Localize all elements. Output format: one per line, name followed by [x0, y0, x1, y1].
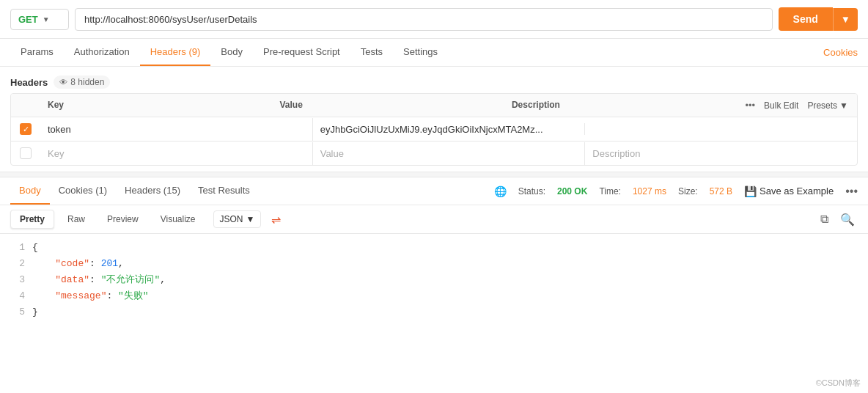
checkbox-checked-icon[interactable]: ✓	[20, 123, 32, 135]
format-raw-button[interactable]: Raw	[59, 210, 94, 228]
status-label: Status:	[518, 186, 545, 196]
status-value: 200 OK	[557, 186, 587, 196]
json-format-select[interactable]: JSON ▼	[213, 210, 262, 228]
row1-key[interactable]: token	[40, 118, 312, 141]
table-row: ✓ token eyJhbGciOiJlUzUxMiJ9.eyJqdGkiOiI…	[11, 117, 857, 142]
nav-tabs: Params Authorization Headers (9) Body Pr…	[0, 39, 868, 67]
response-tab-body[interactable]: Body	[10, 177, 50, 205]
format-preview-button[interactable]: Preview	[98, 210, 147, 228]
line-num-5: 5	[10, 304, 25, 320]
code-area: 1 { 2 "code": 201, 3 "data": "不允许访问", 4 …	[0, 234, 868, 326]
copy-button[interactable]: ⧉	[817, 211, 831, 228]
json-chevron-icon: ▼	[246, 214, 255, 224]
format-bar: Pretty Raw Preview Visualize JSON ▼ ⇌ ⧉ …	[0, 205, 868, 234]
presets-button[interactable]: Presets ▼	[807, 100, 848, 111]
row1-value[interactable]: eyJhbGciOiJlUzUxMiJ9.eyJqdGkiOiIxNjcxMTA…	[312, 118, 585, 141]
code-content-4: "message": "失败"	[32, 288, 858, 304]
headers-title-row: Headers 👁 8 hidden	[10, 73, 858, 93]
line-num-2: 2	[10, 256, 25, 272]
code-line-4: 4 "message": "失败"	[10, 288, 858, 304]
section-divider	[0, 172, 868, 177]
time-value: 1027 ms	[633, 186, 666, 196]
more-options-icon[interactable]: •••	[845, 185, 858, 198]
code-line-1: 1 {	[10, 240, 858, 256]
send-button-group: Send ▼	[779, 7, 858, 31]
filter-icon[interactable]: ⇌	[271, 213, 281, 227]
tab-headers[interactable]: Headers (9)	[140, 39, 211, 66]
headers-section: Headers 👁 8 hidden Key Value Description…	[0, 67, 868, 172]
row2-key[interactable]: Key	[40, 142, 312, 165]
response-tab-test-results[interactable]: Test Results	[189, 177, 259, 205]
size-value: 572 B	[710, 186, 732, 196]
headers-table: Key Value Description ••• Bulk Edit Pres…	[10, 93, 858, 166]
code-content-1: {	[32, 240, 858, 256]
method-select[interactable]: GET ▼	[10, 9, 69, 30]
table-row-empty: Key Value Description	[11, 142, 857, 165]
size-label: Size:	[678, 186, 698, 196]
format-visualize-button[interactable]: Visualize	[152, 210, 205, 228]
th-actions: ••• Bulk Edit Presets ▼	[736, 94, 857, 117]
code-line-5: 5 }	[10, 304, 858, 320]
table-header-row: Key Value Description ••• Bulk Edit Pres…	[11, 94, 857, 117]
code-content-3: "data": "不允许访问",	[32, 272, 858, 288]
tab-body[interactable]: Body	[210, 39, 253, 66]
eye-icon: 👁	[59, 78, 67, 87]
th-key: Key	[40, 94, 272, 117]
json-format-label: JSON	[220, 214, 243, 224]
bulk-edit-button[interactable]: Bulk Edit	[764, 100, 798, 111]
response-section: Body Cookies (1) Headers (15) Test Resul…	[0, 177, 868, 326]
line-num-4: 4	[10, 288, 25, 304]
code-content-5: }	[32, 304, 858, 320]
line-num-3: 3	[10, 272, 25, 288]
tab-pre-request-script[interactable]: Pre-request Script	[253, 39, 350, 66]
more-actions-icon[interactable]: •••	[745, 100, 755, 111]
save-example-label: Save as Example	[760, 186, 834, 196]
url-input[interactable]	[75, 8, 773, 31]
hidden-badge: 👁 8 hidden	[54, 76, 110, 89]
format-pretty-button[interactable]: Pretty	[10, 210, 54, 229]
row1-description	[584, 123, 857, 135]
cookies-link[interactable]: Cookies	[823, 47, 858, 58]
send-button[interactable]: Send	[779, 7, 833, 31]
save-as-example-button[interactable]: 💾 Save as Example	[744, 186, 834, 197]
th-value: Value	[272, 94, 504, 117]
response-meta: 🌐 Status: 200 OK Time: 1027 ms Size: 572…	[494, 185, 858, 198]
hidden-count-label: 8 hidden	[70, 77, 104, 87]
response-tab-cookies[interactable]: Cookies (1)	[50, 177, 116, 205]
response-tab-headers[interactable]: Headers (15)	[116, 177, 189, 205]
method-label: GET	[18, 14, 38, 25]
action-icons: ⧉ 🔍	[817, 211, 858, 228]
row2-checkbox[interactable]	[11, 142, 40, 165]
tab-settings[interactable]: Settings	[393, 39, 448, 66]
tab-params[interactable]: Params	[10, 39, 64, 66]
code-content-2: "code": 201,	[32, 256, 858, 272]
checkbox-unchecked-icon[interactable]	[20, 147, 32, 159]
th-description: Description	[504, 94, 736, 117]
save-icon: 💾	[744, 186, 757, 197]
row2-description[interactable]: Description	[584, 142, 857, 165]
watermark: ©CSDN博客	[816, 378, 861, 389]
response-tabs-row: Body Cookies (1) Headers (15) Test Resul…	[0, 177, 868, 205]
tab-tests[interactable]: Tests	[350, 39, 393, 66]
th-checkbox	[11, 94, 40, 117]
row1-checkbox[interactable]: ✓	[11, 117, 40, 141]
top-bar: GET ▼ Send ▼	[0, 0, 868, 39]
send-dropdown-button[interactable]: ▼	[833, 8, 858, 31]
presets-chevron-icon: ▼	[839, 100, 848, 111]
method-chevron-icon: ▼	[43, 15, 50, 23]
code-line-2: 2 "code": 201,	[10, 256, 858, 272]
search-button[interactable]: 🔍	[837, 211, 858, 228]
tab-authorization[interactable]: Authorization	[64, 39, 140, 66]
line-num-1: 1	[10, 240, 25, 256]
code-line-3: 3 "data": "不允许访问",	[10, 272, 858, 288]
time-label: Time:	[599, 186, 621, 196]
globe-icon: 🌐	[494, 186, 507, 197]
row2-value[interactable]: Value	[312, 142, 585, 165]
headers-title: Headers	[10, 77, 48, 88]
